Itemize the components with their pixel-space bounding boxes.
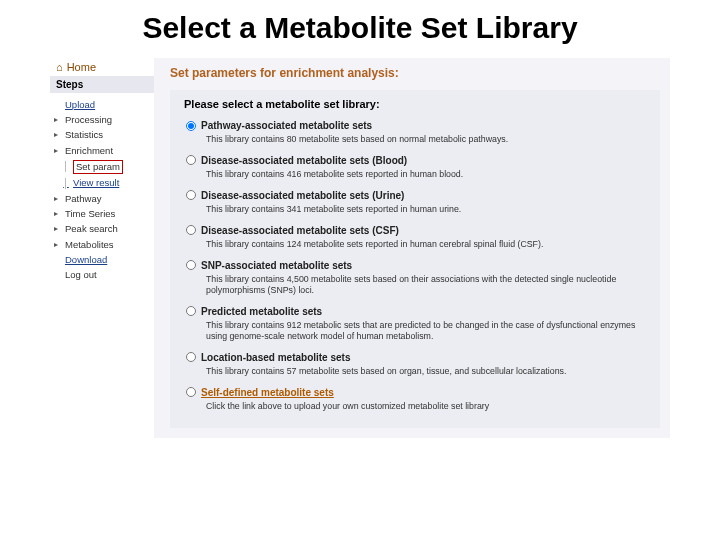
- sidebar-item-label: Metabolites: [65, 239, 114, 251]
- app-frame: ⌂ Home Steps Upload▸Processing▸Statistic…: [0, 58, 720, 438]
- sidebar-item-processing[interactable]: ▸Processing: [54, 112, 150, 127]
- sidebar-item-label: Download: [65, 254, 107, 266]
- caret-icon: ▸: [54, 240, 62, 250]
- home-label: Home: [67, 61, 96, 73]
- option-row: Pathway-associated metabolite setsThis l…: [184, 118, 650, 153]
- option-row: SNP-associated metabolite setsThis libra…: [184, 258, 650, 304]
- sidebar-item-label: Upload: [65, 99, 95, 111]
- home-icon: ⌂: [56, 61, 63, 73]
- caret-icon: ▸: [54, 194, 62, 204]
- sidebar-item-label: Log out: [65, 269, 97, 281]
- option-head: Predicted metabolite sets: [186, 306, 650, 317]
- sidebar-item-label: Enrichment: [65, 145, 113, 157]
- option-label: SNP-associated metabolite sets: [201, 260, 352, 271]
- option-radio[interactable]: [186, 387, 196, 397]
- home-link[interactable]: ⌂ Home: [50, 58, 154, 76]
- option-desc: This library contains 124 metabolite set…: [186, 236, 650, 254]
- sidebar-item-set-param[interactable]: │Set param: [54, 158, 150, 175]
- caret-icon: ▸: [54, 146, 62, 156]
- sidebar-item-time-series[interactable]: ▸Time Series: [54, 206, 150, 221]
- caret-icon: ▸: [54, 224, 62, 234]
- sidebar-item-upload[interactable]: Upload: [54, 97, 150, 112]
- option-row: Disease-associated metabolite sets (CSF)…: [184, 223, 650, 258]
- library-panel: Please select a metabolite set library: …: [170, 90, 660, 428]
- sidebar-item-label: View result: [73, 177, 119, 189]
- caret-icon: ▸: [54, 209, 62, 219]
- option-desc: This library contains 80 metabolite sets…: [186, 131, 650, 149]
- steps-header: Steps: [50, 76, 154, 93]
- option-row: Disease-associated metabolite sets (Urin…: [184, 188, 650, 223]
- sidebar-tree: Upload▸Processing▸Statistics▸Enrichment│…: [50, 93, 154, 287]
- sidebar-item-log-out: Log out: [54, 268, 150, 283]
- option-desc: This library contains 57 metabolite sets…: [186, 363, 650, 381]
- sidebar-item-label: Processing: [65, 114, 112, 126]
- option-desc: Click the link above to upload your own …: [186, 398, 650, 416]
- option-radio[interactable]: [186, 190, 196, 200]
- option-head: Location-based metabolite sets: [186, 352, 650, 363]
- option-head: Pathway-associated metabolite sets: [186, 120, 650, 131]
- tree-pipe-icon: │: [62, 161, 70, 173]
- option-label: Disease-associated metabolite sets (Bloo…: [201, 155, 407, 166]
- sidebar-item-label: Set param: [73, 160, 123, 174]
- sidebar-item-statistics[interactable]: ▸Statistics: [54, 128, 150, 143]
- sidebar-item-view-result[interactable]: │View result: [54, 176, 150, 191]
- option-label: Disease-associated metabolite sets (CSF): [201, 225, 399, 236]
- main-header: Set parameters for enrichment analysis:: [170, 64, 660, 90]
- sidebar-item-label: Pathway: [65, 193, 101, 205]
- option-head: Disease-associated metabolite sets (CSF): [186, 225, 650, 236]
- option-label: Disease-associated metabolite sets (Urin…: [201, 190, 404, 201]
- tree-pipe-icon: │: [62, 178, 70, 190]
- sidebar-item-label: Statistics: [65, 129, 103, 141]
- option-radio[interactable]: [186, 352, 196, 362]
- option-label: Pathway-associated metabolite sets: [201, 120, 372, 131]
- sidebar-item-peak-search[interactable]: ▸Peak search: [54, 222, 150, 237]
- caret-icon: ▸: [54, 115, 62, 125]
- option-label: Location-based metabolite sets: [201, 352, 350, 363]
- option-row: Self-defined metabolite setsClick the li…: [184, 385, 650, 420]
- sidebar-item-download[interactable]: Download: [54, 252, 150, 267]
- option-label-link[interactable]: Self-defined metabolite sets: [201, 387, 334, 398]
- option-head: Self-defined metabolite sets: [186, 387, 650, 398]
- option-desc: This library contains 341 metabolite set…: [186, 201, 650, 219]
- option-radio[interactable]: [186, 155, 196, 165]
- option-head: SNP-associated metabolite sets: [186, 260, 650, 271]
- panel-title: Please select a metabolite set library:: [184, 96, 650, 118]
- option-desc: This library contains 912 metabolic sets…: [186, 317, 650, 346]
- sidebar-item-metabolites[interactable]: ▸Metabolites: [54, 237, 150, 252]
- main-panel: Set parameters for enrichment analysis: …: [154, 58, 670, 438]
- slide-title: Select a Metabolite Set Library: [0, 0, 720, 58]
- option-row: Predicted metabolite setsThis library co…: [184, 304, 650, 350]
- options-list: Pathway-associated metabolite setsThis l…: [184, 118, 650, 420]
- option-desc: This library contains 416 metabolite set…: [186, 166, 650, 184]
- sidebar-item-enrichment[interactable]: ▸Enrichment: [54, 143, 150, 158]
- sidebar-item-label: Peak search: [65, 223, 118, 235]
- option-desc: This library contains 4,500 metabolite s…: [186, 271, 650, 300]
- option-radio[interactable]: [186, 121, 196, 131]
- option-radio[interactable]: [186, 306, 196, 316]
- option-radio[interactable]: [186, 260, 196, 270]
- option-head: Disease-associated metabolite sets (Urin…: [186, 190, 650, 201]
- option-radio[interactable]: [186, 225, 196, 235]
- option-label: Predicted metabolite sets: [201, 306, 322, 317]
- sidebar: ⌂ Home Steps Upload▸Processing▸Statistic…: [50, 58, 154, 438]
- caret-icon: ▸: [54, 130, 62, 140]
- sidebar-item-label: Time Series: [65, 208, 115, 220]
- option-row: Location-based metabolite setsThis libra…: [184, 350, 650, 385]
- option-head: Disease-associated metabolite sets (Bloo…: [186, 155, 650, 166]
- sidebar-item-pathway[interactable]: ▸Pathway: [54, 191, 150, 206]
- option-row: Disease-associated metabolite sets (Bloo…: [184, 153, 650, 188]
